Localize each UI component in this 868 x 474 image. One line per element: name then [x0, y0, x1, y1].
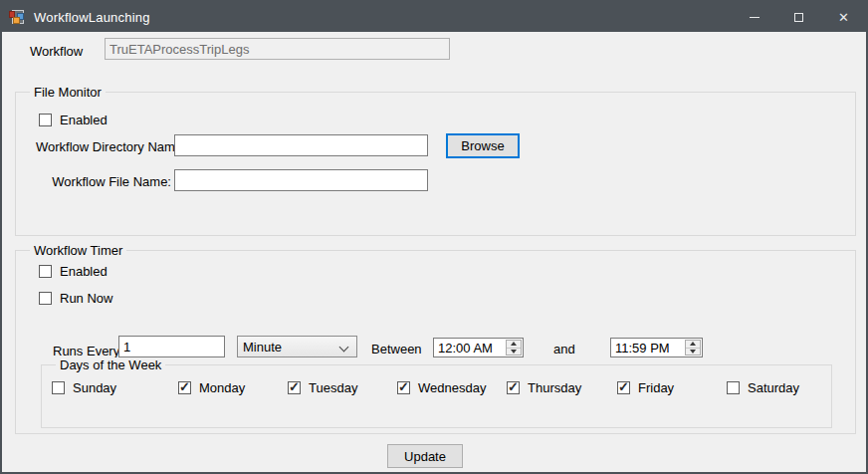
start-time-spinner[interactable] [506, 340, 522, 356]
spin-down-icon[interactable] [686, 349, 700, 356]
day-checkbox-tuesday[interactable]: Tuesday [288, 380, 357, 395]
runs-every-label: Runs Every [53, 344, 119, 358]
day-checkbox-wednesday[interactable]: Wednesday [397, 380, 486, 395]
timer-enabled-checkbox[interactable]: Enabled [39, 264, 108, 279]
file-monitor-enabled-checkbox[interactable]: Enabled [39, 113, 108, 127]
checkbox-label: Tuesday [309, 380, 357, 395]
between-label: Between [371, 342, 422, 356]
workflow-label: Workflow [30, 44, 83, 59]
checkbox-icon[interactable] [397, 381, 410, 394]
end-time-picker[interactable]: 11:59 PM [610, 338, 703, 357]
and-label: and [553, 342, 575, 356]
workflow-name-field[interactable] [105, 38, 450, 60]
workflow-timer-title: Workflow Timer [30, 243, 126, 258]
spin-up-icon[interactable] [686, 341, 700, 349]
end-time-spinner[interactable] [685, 340, 701, 356]
checkbox-icon[interactable] [507, 381, 520, 394]
day-checkbox-friday[interactable]: Friday [617, 380, 674, 395]
workflow-timer-group: Workflow Timer Enabled Run Now Runs Ever… [15, 250, 856, 434]
interval-unit-selected: Minute [243, 340, 282, 355]
days-of-week-group: Days of the Week Sunday Monday Tuesday W… [41, 364, 832, 428]
minimize-icon[interactable] [732, 2, 776, 32]
checkbox-icon[interactable] [727, 381, 740, 394]
spin-up-icon[interactable] [507, 341, 521, 349]
checkbox-icon[interactable] [617, 381, 630, 394]
workflow-directory-input[interactable] [174, 134, 428, 156]
checkbox-label: Wednesday [418, 380, 486, 395]
checkbox-label: Saturday [748, 380, 799, 395]
file-monitor-group: File Monitor Enabled Workflow Directory … [15, 92, 856, 236]
workflow-filename-input[interactable] [174, 169, 428, 191]
spin-down-icon[interactable] [507, 349, 521, 356]
checkbox-label: Enabled [60, 264, 108, 279]
close-icon[interactable]: ✕ [821, 2, 866, 32]
start-time-picker[interactable]: 12:00 AM [433, 338, 524, 357]
window-title: WorkflowLaunching [34, 10, 150, 25]
update-button[interactable]: Update [387, 444, 463, 468]
checkbox-label: Friday [638, 380, 674, 395]
workflow-filename-label: Workflow File Name: [36, 174, 171, 189]
checkbox-icon[interactable] [178, 381, 191, 394]
end-time-value: 11:59 PM [615, 341, 670, 356]
checkbox-label: Thursday [528, 380, 581, 395]
file-monitor-title: File Monitor [30, 85, 106, 100]
browse-button[interactable]: Browse [446, 133, 520, 158]
workflow-launching-dialog: WorkflowLaunching ✕ Workflow File Monito… [0, 0, 868, 474]
interval-unit-dropdown[interactable]: Minute [237, 336, 357, 357]
checkbox-label: Sunday [73, 380, 116, 395]
app-icon [9, 9, 25, 25]
day-checkbox-sunday[interactable]: Sunday [52, 380, 116, 395]
checkbox-label: Monday [199, 380, 245, 395]
checkbox-icon[interactable] [52, 381, 65, 394]
start-time-value: 12:00 AM [438, 341, 493, 356]
checkbox-label: Enabled [60, 113, 108, 127]
days-of-week-title: Days of the Week [56, 357, 165, 372]
checkbox-icon[interactable] [39, 265, 52, 278]
checkbox-icon[interactable] [39, 114, 52, 126]
checkbox-icon[interactable] [39, 292, 52, 305]
day-checkbox-thursday[interactable]: Thursday [507, 380, 581, 395]
workflow-directory-label: Workflow Directory Name: [36, 139, 171, 154]
day-checkbox-monday[interactable]: Monday [178, 380, 245, 395]
run-now-checkbox[interactable]: Run Now [39, 291, 112, 306]
chevron-down-icon [339, 343, 349, 353]
maximize-icon[interactable] [776, 2, 821, 32]
runs-every-input[interactable] [118, 336, 225, 357]
checkbox-icon[interactable] [288, 381, 301, 394]
checkbox-label: Run Now [60, 291, 112, 306]
day-checkbox-saturday[interactable]: Saturday [727, 380, 799, 395]
title-bar: WorkflowLaunching ✕ [2, 2, 866, 32]
